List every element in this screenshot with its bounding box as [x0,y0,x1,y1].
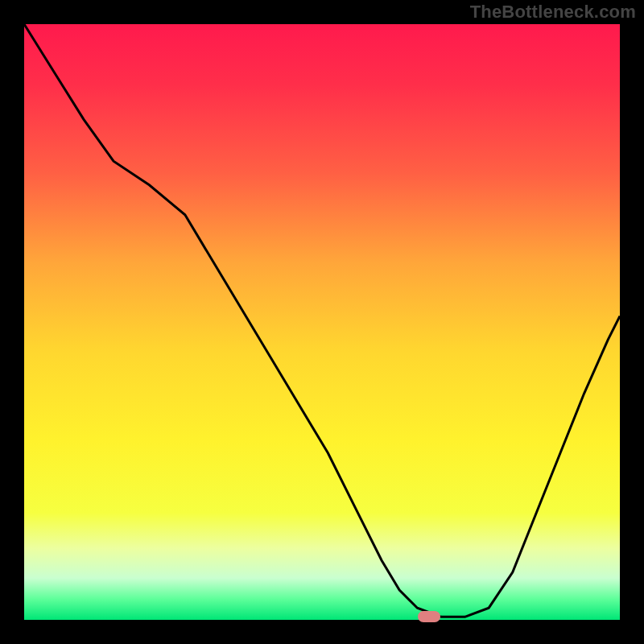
optimal-point-marker [418,611,440,622]
plot-area [24,24,620,620]
bottleneck-chart [24,24,620,620]
chart-frame: TheBottleneck.com [0,0,644,644]
watermark-text: TheBottleneck.com [470,2,636,23]
